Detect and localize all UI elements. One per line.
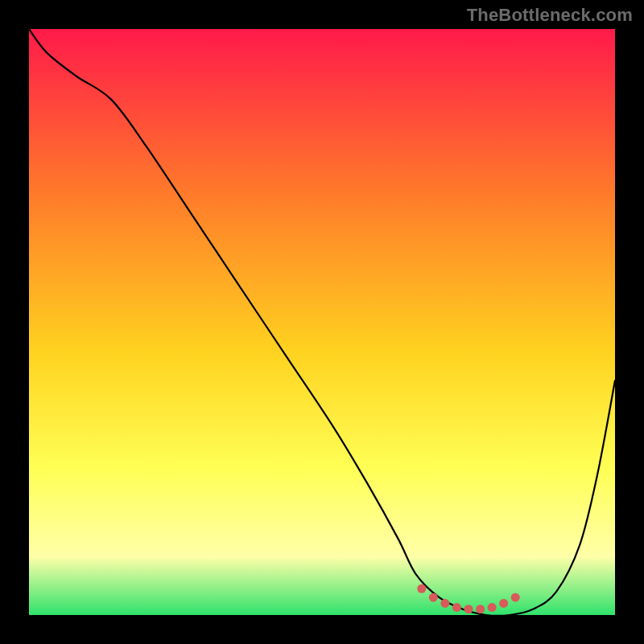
marker-dot bbox=[464, 605, 473, 613]
chart-frame: TheBottleneck.com bbox=[0, 0, 644, 644]
watermark-text: TheBottleneck.com bbox=[467, 5, 633, 26]
plot-svg bbox=[29, 29, 615, 615]
marker-dot bbox=[476, 605, 485, 613]
marker-dot bbox=[417, 584, 426, 593]
marker-dot bbox=[452, 603, 461, 612]
marker-dot bbox=[429, 593, 438, 602]
marker-dot bbox=[488, 603, 497, 612]
marker-dot bbox=[511, 593, 520, 602]
plot-area bbox=[29, 29, 615, 615]
gradient-background bbox=[29, 29, 615, 615]
marker-dot bbox=[499, 599, 508, 608]
marker-dot bbox=[440, 599, 449, 608]
